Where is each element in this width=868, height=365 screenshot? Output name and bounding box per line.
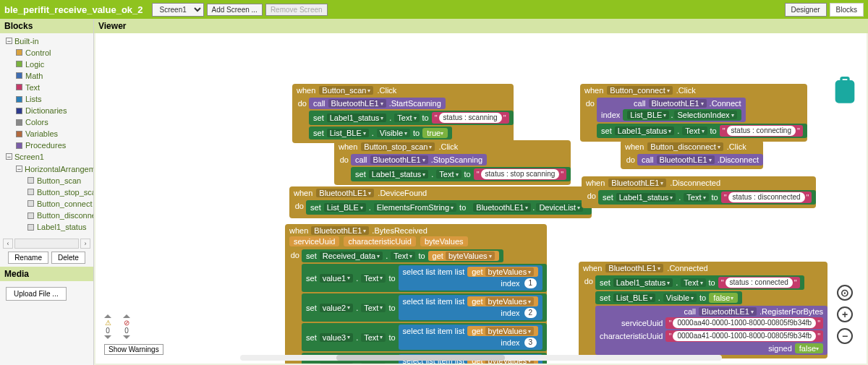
cat-math[interactable]: Math xyxy=(25,72,43,80)
show-warnings-button[interactable]: Show Warnings xyxy=(104,344,163,355)
blocks-panel-header: Blocks xyxy=(0,19,93,33)
cat-control[interactable]: Control xyxy=(25,48,51,57)
topbar: ble_perifit_receive_value_ok_2 Screen1 A… xyxy=(0,0,868,19)
event-ble-disconnected[interactable]: whenBluetoothLE1▾.Disconnected do setLab… xyxy=(582,176,816,208)
cat-text[interactable]: Text xyxy=(25,83,40,92)
project-title: ble_perifit_receive_value_ok_2 xyxy=(4,4,143,15)
cat-lists[interactable]: Lists xyxy=(25,95,42,103)
cat-logic[interactable]: Logic xyxy=(25,60,44,69)
sidebar: Blocks −Built-in Control Logic Math Text… xyxy=(0,19,94,365)
event-button-disconnect-click[interactable]: whenButton_disconnect▾.Click do callBlue… xyxy=(621,140,763,169)
event-button-scan-click[interactable]: whenButton_scan▾.Click do callBluetoothL… xyxy=(292,84,514,143)
comp-btn-disconnect[interactable]: Button_disconne xyxy=(37,211,93,220)
workspace-gutter: ⊙ + − xyxy=(830,77,859,364)
backpack-icon[interactable] xyxy=(830,77,859,106)
viewer-header: Viewer xyxy=(94,19,868,33)
event-ble-bytesreceived[interactable]: whenBluetoothLE1▾.BytesReceived serviceU… xyxy=(285,224,547,364)
cat-variables[interactable]: Variables xyxy=(25,129,58,138)
workspace-hscroll[interactable] xyxy=(240,355,722,361)
media-panel-header: Media xyxy=(0,267,93,281)
zoom-out-button[interactable]: − xyxy=(837,328,853,344)
zoom-in-button[interactable]: + xyxy=(837,306,853,322)
add-screen-button[interactable]: Add Screen ... xyxy=(207,4,263,16)
event-ble-devicefound[interactable]: whenBluetoothLE1▾.DeviceFound do setList… xyxy=(289,186,592,218)
comp-btn-scan[interactable]: Button_scan xyxy=(37,176,81,185)
blocks-tab[interactable]: Blocks xyxy=(830,3,864,17)
designer-tab[interactable]: Designer xyxy=(785,3,827,17)
upload-file-button[interactable]: Upload File ... xyxy=(6,287,67,301)
recenter-button[interactable]: ⊙ xyxy=(837,285,853,301)
comp-label-status[interactable]: Label1_status xyxy=(37,223,87,231)
rename-button[interactable]: Rename xyxy=(8,252,48,264)
event-button-connect-click[interactable]: whenButton_connect▾.Click do callBluetoo… xyxy=(580,84,807,142)
blocks-tree[interactable]: −Built-in Control Logic Math Text Lists … xyxy=(0,33,93,239)
event-ble-connected[interactable]: whenBluetoothLE1▾.Connected do setLabel1… xyxy=(579,262,827,358)
warnings-area: ⚠0 ⊘0 Show Warnings xyxy=(104,311,163,355)
collapse-icon[interactable]: − xyxy=(6,38,12,44)
delete-button[interactable]: Delete xyxy=(51,252,85,264)
comp-btn-connect[interactable]: Button_connect xyxy=(37,199,92,208)
blocks-workspace[interactable]: whenButton_scan▾.Click do callBluetoothL… xyxy=(95,33,867,364)
cat-procedures[interactable]: Procedures xyxy=(25,141,66,150)
comp-btn-stop[interactable]: Button_stop_scan xyxy=(37,188,93,197)
builtin-node[interactable]: Built-in xyxy=(14,37,39,46)
screen-node[interactable]: Screen1 xyxy=(14,153,44,162)
tree-hscroll[interactable]: ‹› xyxy=(0,239,93,249)
event-button-stop-scan-click[interactable]: whenButton_stop_scan▾.Click do callBluet… xyxy=(334,140,571,185)
cat-colors[interactable]: Colors xyxy=(25,118,48,126)
cat-dictionaries[interactable]: Dictionaries xyxy=(25,106,67,115)
ha-node[interactable]: HorizontalArrangem xyxy=(25,165,93,173)
collapse-icon[interactable]: − xyxy=(6,153,12,160)
remove-screen-button: Remove Screen xyxy=(265,4,328,16)
screen-selector[interactable]: Screen1 xyxy=(152,3,204,17)
